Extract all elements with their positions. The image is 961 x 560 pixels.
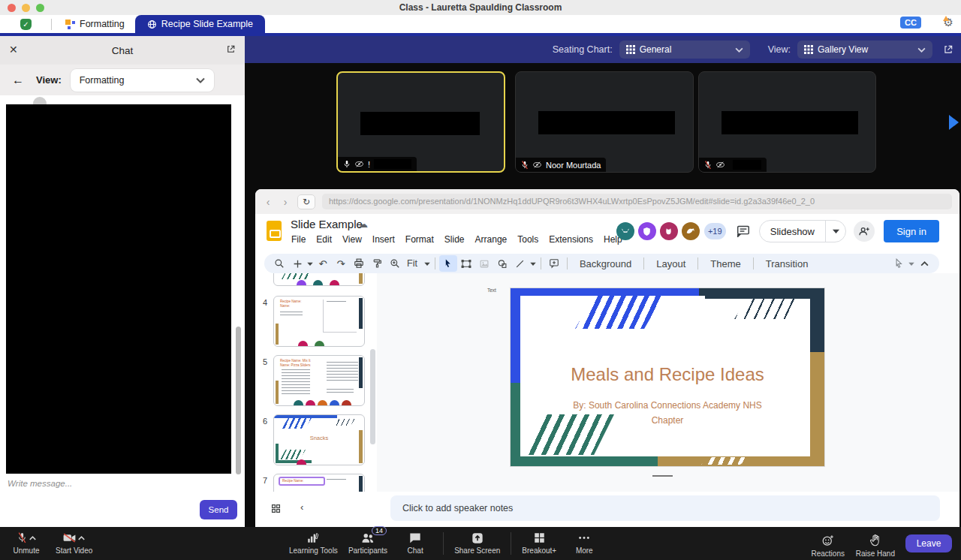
laser-pointer-icon[interactable] [890,255,908,272]
collaborator-avatar[interactable] [616,222,634,240]
slide-thumbnail-6[interactable]: Snacks [273,414,365,465]
url-field[interactable]: https://docs.google.com/presentation/d/1… [322,194,952,209]
chevron-down-icon[interactable] [529,262,537,266]
browser-back-icon[interactable]: ‹ [263,196,273,208]
chevron-up-icon[interactable] [29,536,36,540]
filmstrip-scrollbar[interactable] [370,349,375,444]
slide-thumbnail-3[interactable] [273,273,365,286]
learning-tools-button[interactable]: Learning Tools [289,527,338,560]
chevron-up-icon[interactable] [78,536,85,540]
fit-zoom-select[interactable]: Fit [404,258,423,269]
slideshow-button[interactable]: Slideshow [759,220,846,242]
slide-thumbnail-4[interactable]: Recipe Name:Name: [273,296,365,347]
camera-off-icon [63,533,76,543]
reactions-button[interactable]: Reactions [811,530,845,558]
slide-thumbnail-5[interactable]: Recipe Name: Mix ItName: Pizza Sliders [273,355,365,406]
slide-title[interactable]: Meals and Recipe Ideas [511,364,824,385]
insert-line-icon[interactable] [511,255,529,272]
menu-edit[interactable]: Edit [311,233,337,246]
browser-reload-icon[interactable]: ↻ [297,194,315,209]
shield-icon: ✓ [20,19,32,30]
send-button[interactable]: Send [200,500,237,519]
seating-chart-dropdown[interactable]: General [619,41,750,59]
popout-icon[interactable] [943,44,953,55]
collaborator-avatar[interactable] [638,222,656,240]
slide-number: 5 [263,357,267,366]
chat-view-dropdown[interactable]: Formatting [71,69,214,92]
slideshow-dropdown-icon[interactable] [826,229,845,233]
tab-recipe-slide-example[interactable]: Recipe Slide Example [135,15,265,33]
menu-insert[interactable]: Insert [367,233,400,246]
background-button[interactable]: Background [571,258,640,269]
collapse-filmstrip-icon[interactable]: ‹ [300,501,303,513]
message-input[interactable] [8,479,188,488]
breakout-button[interactable]: Breakout+ [522,527,556,560]
divider[interactable] [652,475,673,477]
slide-subtitle[interactable]: By: South Carolina Connections Academy N… [563,399,772,429]
gear-icon[interactable]: ⚙ [944,16,953,29]
grid-view-icon[interactable] [271,504,281,513]
tab-formatting[interactable]: Formatting [55,15,135,33]
share-screen-button[interactable]: Share Screen [454,527,500,560]
participant-tile[interactable] [698,71,876,173]
chevron-down-icon[interactable] [306,262,314,266]
menu-format[interactable]: Format [400,233,439,246]
participant-tile[interactable]: ! [336,71,505,173]
browser-forward-icon[interactable]: › [280,196,291,208]
slide-canvas[interactable]: Text Meals and Recipe Ideas By: South Ca… [377,273,959,492]
participant-name: ! [368,160,370,169]
raise-hand-button[interactable]: Raise Hand [856,530,895,558]
transition-button[interactable]: Transition [758,258,817,269]
comments-icon[interactable] [737,225,750,237]
print-icon[interactable] [350,255,368,272]
menu-view[interactable]: View [337,233,367,246]
collaborator-avatar[interactable] [660,222,678,240]
next-page-icon[interactable] [949,115,959,130]
view-dropdown[interactable]: Gallery View [797,41,932,59]
chat-button[interactable]: Chat [398,527,432,560]
chevron-down-icon[interactable] [908,262,915,266]
popout-icon[interactable] [226,44,236,54]
collapse-toolbar-icon[interactable] [915,255,933,272]
paint-format-icon[interactable] [368,255,386,272]
insert-shape-icon[interactable] [493,255,511,272]
slide-thumbnail-7[interactable]: Recipe Name: [273,474,365,492]
insert-comment-icon[interactable] [545,255,563,272]
menu-slide[interactable]: Slide [439,233,470,246]
back-arrow-icon[interactable]: ← [12,74,24,87]
collaborator-avatar[interactable] [682,222,700,240]
layout-button[interactable]: Layout [648,258,694,269]
chat-scrollbar[interactable] [236,327,241,474]
more-button[interactable]: More [567,527,601,560]
slide-filmstrip[interactable]: 4 Recipe Name:Name: 5 Recipe [255,273,377,492]
collaborators-overflow-badge[interactable]: +19 [704,223,726,239]
insert-image-icon[interactable] [475,255,493,272]
zoom-in-icon[interactable] [386,255,404,272]
menu-tools[interactable]: Tools [512,233,544,246]
start-video-button[interactable]: Start Video [56,527,92,560]
current-slide[interactable]: Meals and Recipe Ideas By: South Carolin… [511,288,824,466]
participants-button[interactable]: 14 Participants [348,527,387,560]
cc-badge[interactable]: CC [900,17,921,29]
participant-tile[interactable]: Noor Mourtada [515,71,694,173]
chevron-down-icon[interactable] [423,262,431,266]
grid-icon [626,45,635,54]
sign-in-button[interactable]: Sign in [884,220,939,242]
close-icon[interactable]: ✕ [9,44,18,56]
theme-button[interactable]: Theme [702,258,749,269]
speaker-notes-input[interactable]: Click to add speaker notes [390,495,940,521]
share-add-person-icon[interactable] [854,221,875,242]
select-tool-icon[interactable] [439,255,457,272]
unmute-button[interactable]: Unmute [9,527,44,560]
menu-file[interactable]: File [286,233,311,246]
search-icon[interactable] [270,255,288,272]
text-box-icon[interactable] [457,255,475,272]
leave-button[interactable]: Leave [905,534,952,552]
menu-arrange[interactable]: Arrange [470,233,513,246]
zoom-add-icon[interactable] [288,255,306,272]
redo-icon[interactable]: ↷ [332,255,350,272]
menu-extensions[interactable]: Extensions [544,233,598,246]
chat-messages[interactable] [0,95,245,474]
undo-icon[interactable]: ↶ [314,255,332,272]
document-title[interactable]: Slide Example [291,218,363,230]
